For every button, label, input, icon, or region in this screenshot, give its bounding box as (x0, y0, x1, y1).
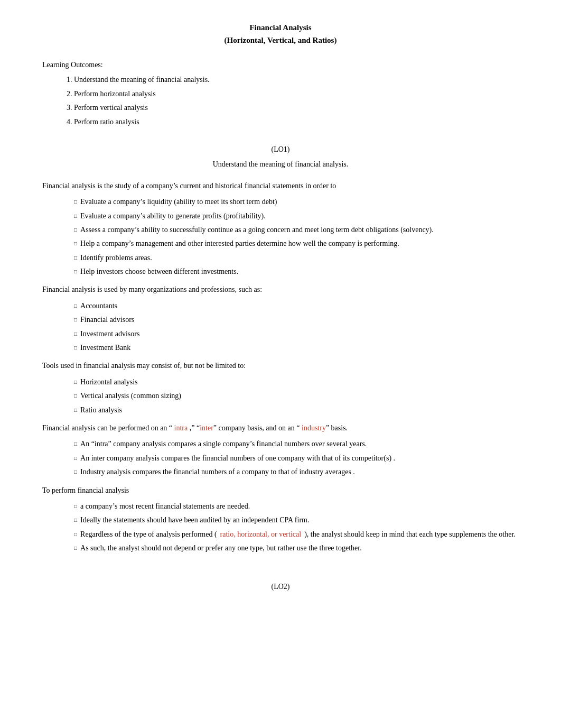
list-item: Help a company’s management and other in… (74, 238, 519, 250)
list-item: Evaluate a company’s liquidity (ability … (74, 196, 519, 208)
perform-highlight-before: Regardless of the type of analysis perfo… (80, 529, 217, 540)
used-by-bullets: Accountants Financial advisors Investmen… (74, 300, 519, 354)
list-item: Horizontal analysis (74, 376, 519, 388)
perform-highlight-text: ratio, horizontal, or vertical (220, 529, 302, 540)
list-item: Industry analysis compares the financial… (74, 466, 519, 478)
perform-bullets: a company’s most recent financial statem… (74, 501, 519, 555)
list-item: An “intra” company analysis compares a s… (74, 438, 519, 450)
list-item: Identify problems areas. (74, 252, 519, 264)
page-title: Financial Analysis (Horizontal, Vertical… (42, 21, 519, 47)
learning-outcomes-list: Understand the meaning of financial anal… (74, 74, 519, 128)
title-line1: Financial Analysis (42, 21, 519, 34)
list-item: Assess a company’s ability to successful… (74, 224, 519, 236)
list-item: Investment advisors (74, 328, 519, 340)
list-item: Understand the meaning of financial anal… (74, 74, 519, 86)
list-item: Perform horizontal analysis (74, 88, 519, 100)
lo1-subtitle: Understand the meaning of financial anal… (42, 159, 519, 170)
list-item: Ideally the statements should have been … (74, 514, 519, 526)
title-line2: (Horizontal, Vertical, and Ratios) (42, 34, 519, 47)
list-item: Evaluate a company’s ability to generate… (74, 210, 519, 222)
basis-inter: inter (200, 424, 213, 432)
list-item: Investment Bank (74, 342, 519, 354)
list-item: Regardless of the type of analysis perfo… (74, 529, 519, 540)
list-item: Financial advisors (74, 314, 519, 326)
list-item: Ratio analysis (74, 404, 519, 416)
list-item: Perform ratio analysis (74, 116, 519, 128)
basis-paragraph: Financial analysis can be performed on a… (42, 422, 519, 434)
basis-before: Financial analysis can be performed on a… (42, 424, 172, 432)
intro-paragraph: Financial analysis is the study of a com… (42, 180, 519, 192)
basis-intra: intra (172, 424, 190, 432)
list-item: As such, the analyst should not depend o… (74, 542, 519, 554)
used-by-paragraph: Financial analysis is used by many organ… (42, 284, 519, 296)
learning-outcomes-label: Learning Outcomes: (42, 59, 519, 71)
intro-bullets: Evaluate a company’s liquidity (ability … (74, 196, 519, 278)
basis-industry: industry (302, 424, 326, 432)
basis-bullets: An “intra” company analysis compares a s… (74, 438, 519, 478)
basis-mid1: ,” “ (190, 424, 200, 432)
perform-highlight-after: ), the analyst should keep in mind that … (304, 529, 516, 540)
list-item: Accountants (74, 300, 519, 312)
lo1-label: (LO1) (42, 144, 519, 155)
basis-mid2: ” company basis, and on an “ (213, 424, 302, 432)
list-item: An inter company analysis compares the f… (74, 453, 519, 464)
list-item: Perform vertical analysis (74, 102, 519, 114)
basis-end: ” basis. (326, 424, 348, 432)
perform-paragraph: To perform financial analysis (42, 485, 519, 496)
tools-bullets: Horizontal analysis Vertical analysis (c… (74, 376, 519, 416)
list-item: a company’s most recent financial statem… (74, 501, 519, 512)
list-item: Help investors choose between different … (74, 266, 519, 278)
lo2-label: (LO2) (42, 581, 519, 593)
list-item: Vertical analysis (common sizing) (74, 390, 519, 402)
tools-paragraph: Tools used in financial analysis may con… (42, 360, 519, 372)
